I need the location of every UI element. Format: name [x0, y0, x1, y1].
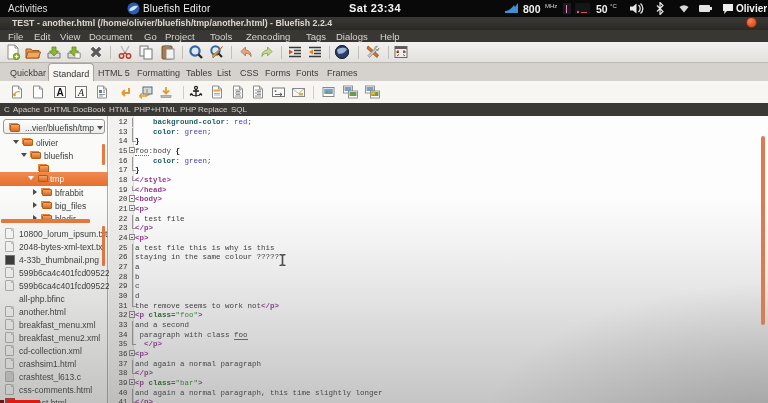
svg-text:A: A	[77, 87, 85, 98]
svg-text:A: A	[56, 87, 63, 98]
